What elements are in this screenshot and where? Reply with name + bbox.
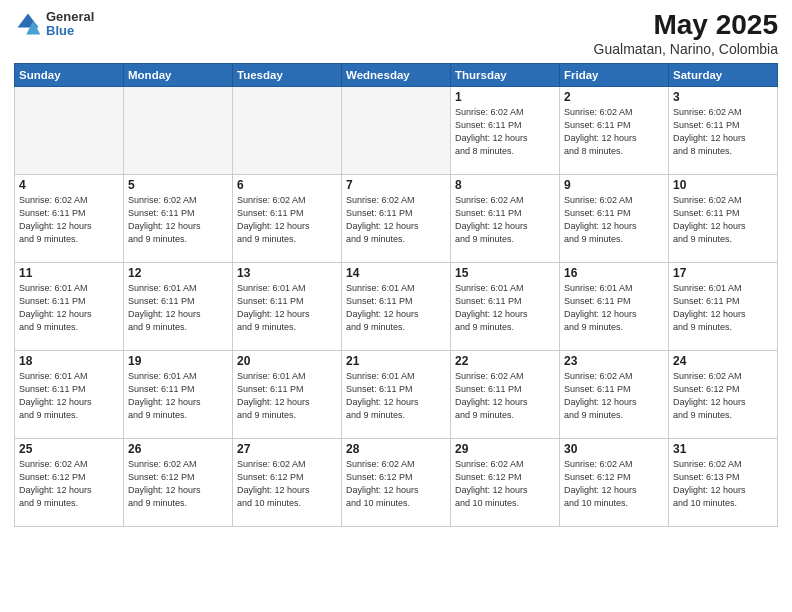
day-info: Sunrise: 6:01 AM Sunset: 6:11 PM Dayligh… [128, 370, 228, 422]
day-number: 27 [237, 442, 337, 456]
week-row-4: 25Sunrise: 6:02 AM Sunset: 6:12 PM Dayli… [15, 438, 778, 526]
day-info: Sunrise: 6:02 AM Sunset: 6:11 PM Dayligh… [673, 106, 773, 158]
th-wednesday: Wednesday [342, 63, 451, 86]
calendar-cell: 4Sunrise: 6:02 AM Sunset: 6:11 PM Daylig… [15, 174, 124, 262]
calendar-cell: 3Sunrise: 6:02 AM Sunset: 6:11 PM Daylig… [669, 86, 778, 174]
day-number: 29 [455, 442, 555, 456]
calendar-cell: 18Sunrise: 6:01 AM Sunset: 6:11 PM Dayli… [15, 350, 124, 438]
logo-text: General Blue [46, 10, 94, 39]
day-number: 20 [237, 354, 337, 368]
logo-general: General [46, 10, 94, 24]
calendar-title: May 2025 [594, 10, 778, 41]
calendar-cell: 31Sunrise: 6:02 AM Sunset: 6:13 PM Dayli… [669, 438, 778, 526]
day-info: Sunrise: 6:01 AM Sunset: 6:11 PM Dayligh… [19, 370, 119, 422]
day-info: Sunrise: 6:01 AM Sunset: 6:11 PM Dayligh… [455, 282, 555, 334]
calendar-cell: 28Sunrise: 6:02 AM Sunset: 6:12 PM Dayli… [342, 438, 451, 526]
day-info: Sunrise: 6:02 AM Sunset: 6:11 PM Dayligh… [564, 370, 664, 422]
day-number: 9 [564, 178, 664, 192]
day-number: 15 [455, 266, 555, 280]
day-number: 1 [455, 90, 555, 104]
week-row-1: 4Sunrise: 6:02 AM Sunset: 6:11 PM Daylig… [15, 174, 778, 262]
day-info: Sunrise: 6:01 AM Sunset: 6:11 PM Dayligh… [564, 282, 664, 334]
day-info: Sunrise: 6:02 AM Sunset: 6:12 PM Dayligh… [346, 458, 446, 510]
calendar-cell: 11Sunrise: 6:01 AM Sunset: 6:11 PM Dayli… [15, 262, 124, 350]
day-info: Sunrise: 6:02 AM Sunset: 6:11 PM Dayligh… [673, 194, 773, 246]
day-info: Sunrise: 6:01 AM Sunset: 6:11 PM Dayligh… [346, 370, 446, 422]
th-thursday: Thursday [451, 63, 560, 86]
day-number: 22 [455, 354, 555, 368]
header: General Blue May 2025 Gualmatan, Narino,… [14, 10, 778, 57]
day-number: 3 [673, 90, 773, 104]
day-info: Sunrise: 6:01 AM Sunset: 6:11 PM Dayligh… [237, 370, 337, 422]
day-info: Sunrise: 6:02 AM Sunset: 6:11 PM Dayligh… [19, 194, 119, 246]
day-info: Sunrise: 6:01 AM Sunset: 6:11 PM Dayligh… [128, 282, 228, 334]
day-info: Sunrise: 6:02 AM Sunset: 6:11 PM Dayligh… [455, 194, 555, 246]
day-info: Sunrise: 6:02 AM Sunset: 6:11 PM Dayligh… [128, 194, 228, 246]
calendar-cell [124, 86, 233, 174]
calendar-cell: 25Sunrise: 6:02 AM Sunset: 6:12 PM Dayli… [15, 438, 124, 526]
calendar-cell: 10Sunrise: 6:02 AM Sunset: 6:11 PM Dayli… [669, 174, 778, 262]
th-friday: Friday [560, 63, 669, 86]
day-info: Sunrise: 6:02 AM Sunset: 6:11 PM Dayligh… [564, 106, 664, 158]
logo-icon [14, 10, 42, 38]
day-info: Sunrise: 6:02 AM Sunset: 6:12 PM Dayligh… [455, 458, 555, 510]
week-row-0: 1Sunrise: 6:02 AM Sunset: 6:11 PM Daylig… [15, 86, 778, 174]
calendar-cell: 30Sunrise: 6:02 AM Sunset: 6:12 PM Dayli… [560, 438, 669, 526]
calendar-cell: 26Sunrise: 6:02 AM Sunset: 6:12 PM Dayli… [124, 438, 233, 526]
header-row: Sunday Monday Tuesday Wednesday Thursday… [15, 63, 778, 86]
day-info: Sunrise: 6:02 AM Sunset: 6:11 PM Dayligh… [564, 194, 664, 246]
day-info: Sunrise: 6:02 AM Sunset: 6:11 PM Dayligh… [346, 194, 446, 246]
calendar-cell: 7Sunrise: 6:02 AM Sunset: 6:11 PM Daylig… [342, 174, 451, 262]
calendar-cell [342, 86, 451, 174]
calendar-cell: 5Sunrise: 6:02 AM Sunset: 6:11 PM Daylig… [124, 174, 233, 262]
day-info: Sunrise: 6:01 AM Sunset: 6:11 PM Dayligh… [19, 282, 119, 334]
calendar-cell: 8Sunrise: 6:02 AM Sunset: 6:11 PM Daylig… [451, 174, 560, 262]
logo-blue: Blue [46, 24, 94, 38]
calendar-cell: 19Sunrise: 6:01 AM Sunset: 6:11 PM Dayli… [124, 350, 233, 438]
week-row-2: 11Sunrise: 6:01 AM Sunset: 6:11 PM Dayli… [15, 262, 778, 350]
day-number: 30 [564, 442, 664, 456]
calendar-body: 1Sunrise: 6:02 AM Sunset: 6:11 PM Daylig… [15, 86, 778, 526]
day-number: 24 [673, 354, 773, 368]
th-sunday: Sunday [15, 63, 124, 86]
day-number: 4 [19, 178, 119, 192]
page: General Blue May 2025 Gualmatan, Narino,… [0, 0, 792, 612]
day-number: 11 [19, 266, 119, 280]
day-number: 26 [128, 442, 228, 456]
th-monday: Monday [124, 63, 233, 86]
calendar-header: Sunday Monday Tuesday Wednesday Thursday… [15, 63, 778, 86]
day-number: 18 [19, 354, 119, 368]
calendar-cell [233, 86, 342, 174]
calendar-cell: 9Sunrise: 6:02 AM Sunset: 6:11 PM Daylig… [560, 174, 669, 262]
day-number: 13 [237, 266, 337, 280]
day-info: Sunrise: 6:02 AM Sunset: 6:12 PM Dayligh… [564, 458, 664, 510]
day-number: 21 [346, 354, 446, 368]
day-number: 5 [128, 178, 228, 192]
day-info: Sunrise: 6:02 AM Sunset: 6:11 PM Dayligh… [455, 370, 555, 422]
day-number: 17 [673, 266, 773, 280]
calendar-cell: 24Sunrise: 6:02 AM Sunset: 6:12 PM Dayli… [669, 350, 778, 438]
week-row-3: 18Sunrise: 6:01 AM Sunset: 6:11 PM Dayli… [15, 350, 778, 438]
th-saturday: Saturday [669, 63, 778, 86]
day-info: Sunrise: 6:01 AM Sunset: 6:11 PM Dayligh… [237, 282, 337, 334]
calendar-cell [15, 86, 124, 174]
day-info: Sunrise: 6:02 AM Sunset: 6:12 PM Dayligh… [128, 458, 228, 510]
calendar-cell: 14Sunrise: 6:01 AM Sunset: 6:11 PM Dayli… [342, 262, 451, 350]
day-number: 14 [346, 266, 446, 280]
day-number: 12 [128, 266, 228, 280]
day-number: 19 [128, 354, 228, 368]
calendar-cell: 12Sunrise: 6:01 AM Sunset: 6:11 PM Dayli… [124, 262, 233, 350]
day-info: Sunrise: 6:01 AM Sunset: 6:11 PM Dayligh… [673, 282, 773, 334]
day-info: Sunrise: 6:02 AM Sunset: 6:12 PM Dayligh… [673, 370, 773, 422]
calendar-cell: 6Sunrise: 6:02 AM Sunset: 6:11 PM Daylig… [233, 174, 342, 262]
calendar-cell: 23Sunrise: 6:02 AM Sunset: 6:11 PM Dayli… [560, 350, 669, 438]
day-info: Sunrise: 6:02 AM Sunset: 6:11 PM Dayligh… [455, 106, 555, 158]
day-number: 23 [564, 354, 664, 368]
day-number: 6 [237, 178, 337, 192]
day-number: 28 [346, 442, 446, 456]
logo: General Blue [14, 10, 94, 39]
day-number: 2 [564, 90, 664, 104]
day-info: Sunrise: 6:02 AM Sunset: 6:12 PM Dayligh… [237, 458, 337, 510]
calendar-cell: 29Sunrise: 6:02 AM Sunset: 6:12 PM Dayli… [451, 438, 560, 526]
calendar-cell: 13Sunrise: 6:01 AM Sunset: 6:11 PM Dayli… [233, 262, 342, 350]
